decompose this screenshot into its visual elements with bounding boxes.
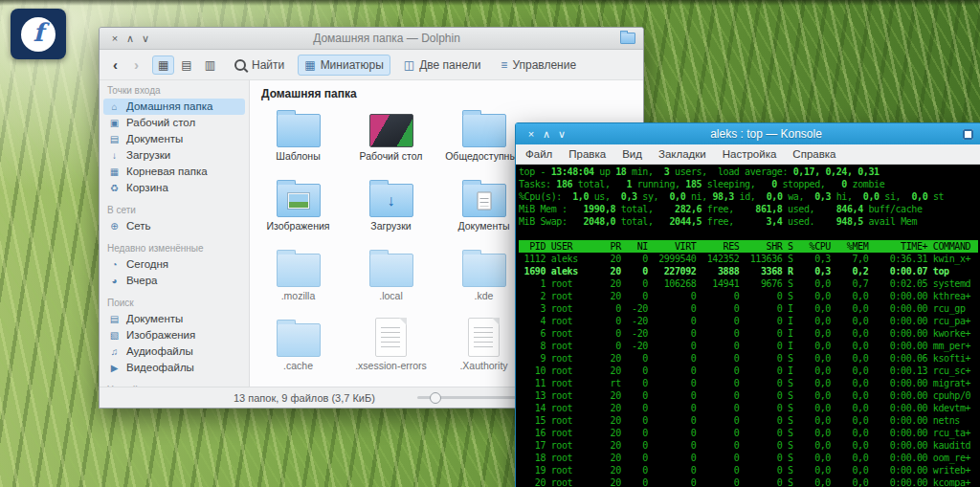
konsole-window-title: aleks : top — Konsole [569, 127, 963, 141]
konsole-titlebar[interactable]: × ∧ ∨ aleks : top — Konsole [516, 123, 980, 144]
find-button[interactable]: Найти [228, 55, 291, 76]
thumbnails-icon: ▦ [304, 58, 315, 72]
file-label: Документы [457, 220, 509, 232]
sidebar-item-label: Документы [126, 313, 183, 325]
compact-view-button[interactable]: ▤ [175, 55, 197, 75]
menu-item[interactable]: Правка [568, 148, 606, 160]
file-item[interactable]: .xsession-errors [345, 315, 437, 385]
sidebar-item-trash[interactable]: ♻Корзина [103, 180, 245, 196]
thumbnails-button[interactable]: ▦ Миниатюры [298, 55, 390, 76]
maximize-icon[interactable]: ∧ [122, 33, 138, 45]
terminal-line: MiB Mem : 1990,8 total, 282,6 free, 861,… [519, 203, 978, 215]
folder-icon [369, 254, 413, 287]
maximize-icon[interactable]: ∧ [539, 128, 554, 141]
sidebar-item-label: Видеофайлы [126, 362, 194, 374]
sidebar-item-label: Сеть [126, 220, 151, 232]
file-label: Рабочий стол [360, 150, 423, 162]
desktop[interactable]: f × ∧ ∨ Домашняя папка — Dolphin ‹ › ▦ ▤… [0, 0, 980, 487]
process-row: 16 root 20 0 0 0 0 S 0,0 0,0 0:00.00 rcu… [519, 427, 978, 439]
terminal-line: Tasks: 186 total, 1 running, 185 sleepin… [519, 178, 978, 190]
file-item[interactable]: .cache [252, 315, 345, 385]
minimize-icon[interactable]: ∨ [138, 33, 153, 45]
sidebar-item-documents[interactable]: ▤Документы [103, 131, 245, 147]
file-icon-wrap [468, 315, 500, 357]
file-item[interactable]: .local [345, 245, 437, 315]
split-view-button[interactable]: ◫ Две панели [397, 55, 488, 76]
terminal[interactable]: top - 13:48:04 up 18 min, 3 users, load … [516, 165, 980, 487]
process-row: 17 root 20 0 0 0 0 S 0,0 0,0 0:00.00 kau… [519, 439, 978, 452]
process-row: 10 root 20 0 0 0 0 I 0,0 0,0 0:00.13 rcu… [519, 365, 978, 377]
dolphin-titlebar[interactable]: × ∧ ∨ Домашняя папка — Dolphin [100, 28, 643, 50]
statusbar-summary: 13 папок, 9 файлов (3,7 КиБ) [234, 392, 375, 404]
process-row: 18 root 20 0 0 0 0 S 0,0 0,0 0:00.00 oom… [519, 452, 978, 464]
document-emblem-icon [477, 191, 491, 210]
process-row: 9 root 20 0 0 0 0 S 0,0 0,0 0:00.06 ksof… [519, 352, 978, 365]
menu-item[interactable]: Вид [622, 148, 642, 160]
details-view-button[interactable]: ▥ [199, 55, 221, 75]
sidebar-item-home[interactable]: ⌂Домашняя папка [103, 99, 245, 115]
sidebar-item-label: Загрузки [126, 149, 170, 162]
file-icon-wrap [375, 315, 407, 357]
menu-item[interactable]: Настройка [723, 148, 777, 160]
file-item[interactable]: .mozilla [252, 245, 345, 315]
terminal-blank-line [519, 228, 978, 240]
text-file-icon [468, 318, 500, 357]
menu-item[interactable]: Закладки [658, 148, 706, 160]
sidebar-item-label: Сегодня [126, 258, 168, 271]
process-table-header: PID USER PR NI VIRT RES SHR S %CPU %MEM … [519, 240, 978, 253]
network-icon: ⊕ [108, 220, 121, 232]
minimize-icon[interactable]: ∨ [554, 128, 569, 141]
zoom-slider-handle[interactable] [430, 392, 441, 404]
file-icon-wrap [277, 105, 321, 147]
folder-icon [277, 254, 321, 287]
desktop-icon: ▣ [108, 117, 121, 129]
sidebar-section-header: Поиск [107, 298, 241, 308]
yesterday-icon: ◕ [108, 275, 121, 287]
close-icon[interactable]: × [523, 128, 539, 140]
file-label: .kde [475, 290, 494, 301]
file-label: Шаблоны [276, 150, 320, 162]
file-icon-wrap [277, 175, 321, 217]
file-item[interactable]: Рабочий стол [345, 105, 437, 175]
file-item[interactable]: Изображения [252, 175, 345, 245]
sidebar-item-today[interactable]: ◔Сегодня [103, 256, 245, 273]
image-emblem-icon [288, 193, 309, 209]
forward-button[interactable]: › [129, 55, 144, 74]
folder-icon [277, 323, 321, 357]
sidebar-section-header: Недавно изменённые [107, 243, 241, 254]
close-icon[interactable]: × [107, 33, 122, 44]
folder-app-icon [620, 33, 635, 44]
audio-icon: ♫ [108, 345, 121, 358]
file-icon-wrap [462, 105, 506, 147]
sidebar-item-network[interactable]: ⊕Сеть [103, 218, 245, 234]
file-label: .local [379, 290, 403, 301]
sidebar-item-images[interactable]: ▧Изображения [103, 327, 245, 343]
folder-icon [462, 184, 506, 217]
process-row: 20 root 20 0 0 0 0 S 0,0 0,0 0:00.00 kco… [519, 476, 978, 487]
back-button[interactable]: ‹ [108, 55, 122, 74]
control-button[interactable]: ≡ Управление [494, 55, 583, 76]
process-row: 4 root 0 -20 0 0 0 I 0,0 0,0 0:00.00 rcu… [519, 315, 978, 327]
file-item[interactable]: Шаблоны [252, 105, 345, 175]
folder-icon [462, 114, 506, 147]
file-label: Общедоступные [445, 150, 523, 162]
sidebar-item-yesterday[interactable]: ◕Вчера [103, 273, 245, 289]
sidebar-item-desktop[interactable]: ▣Рабочий стол [103, 115, 245, 131]
process-row: 1690 aleks 20 0 227092 3888 3368 R 0,3 0… [519, 265, 978, 277]
file-item[interactable]: ↓Загрузки [345, 175, 437, 245]
icons-view-button[interactable]: ▦ [152, 55, 174, 75]
sidebar-item-video[interactable]: ▶Видеофайлы [103, 360, 245, 376]
text-file-icon [375, 318, 407, 357]
sidebar-item-root[interactable]: ▦Корневая папка [103, 164, 245, 180]
sidebar-item-documents[interactable]: ▤Документы [103, 311, 245, 327]
sidebar-item-audio[interactable]: ♫Аудиофайлы [103, 343, 245, 360]
menu-item[interactable]: Справка [792, 148, 835, 160]
fedora-logo-icon[interactable]: f [11, 9, 66, 59]
menu-item[interactable]: Файл [525, 148, 552, 160]
sidebar-item-downloads[interactable]: ↓Загрузки [103, 147, 245, 164]
file-label: .cache [283, 360, 313, 371]
sidebar-section-header: В сети [107, 205, 241, 215]
folder-icon [277, 184, 321, 217]
process-row: 14 root 20 0 0 0 0 S 0,0 0,0 0:00.00 kde… [519, 402, 978, 414]
breadcrumb[interactable]: Домашняя папка [250, 80, 643, 103]
